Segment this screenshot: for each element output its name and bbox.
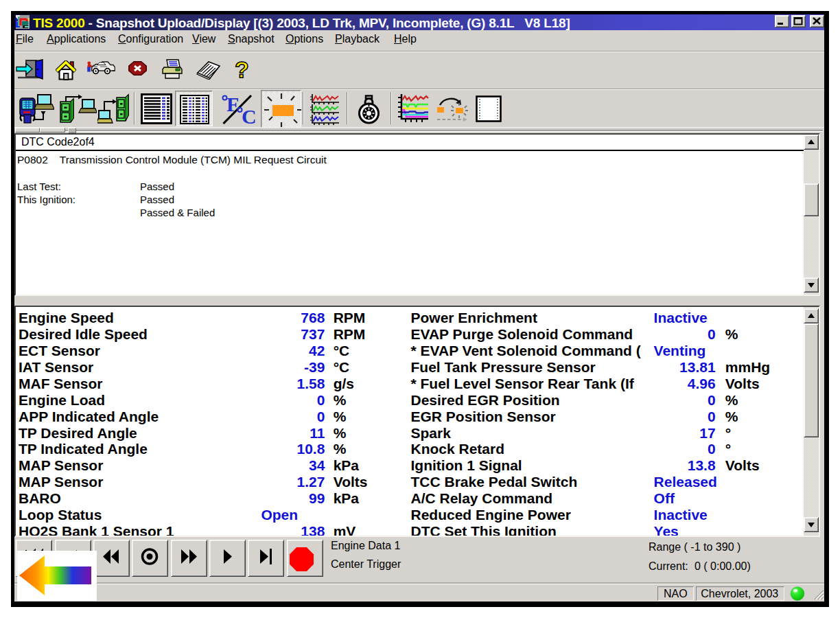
svg-text:F: F (226, 93, 239, 115)
svg-text:?: ? (235, 59, 249, 80)
svg-text:C: C (242, 105, 256, 125)
